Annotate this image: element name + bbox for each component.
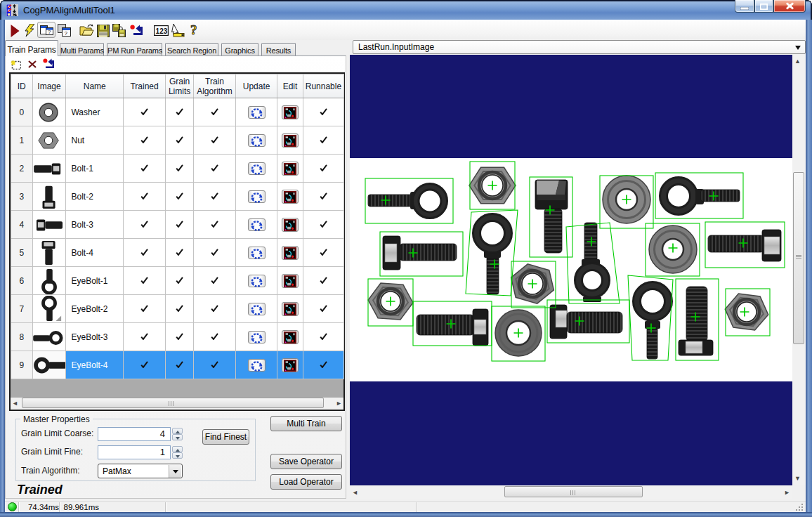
svg-text:?: ? — [65, 30, 68, 37]
svg-text:?: ? — [190, 23, 197, 37]
svg-text:123: 123 — [156, 27, 168, 35]
svg-text:?: ? — [48, 29, 51, 35]
